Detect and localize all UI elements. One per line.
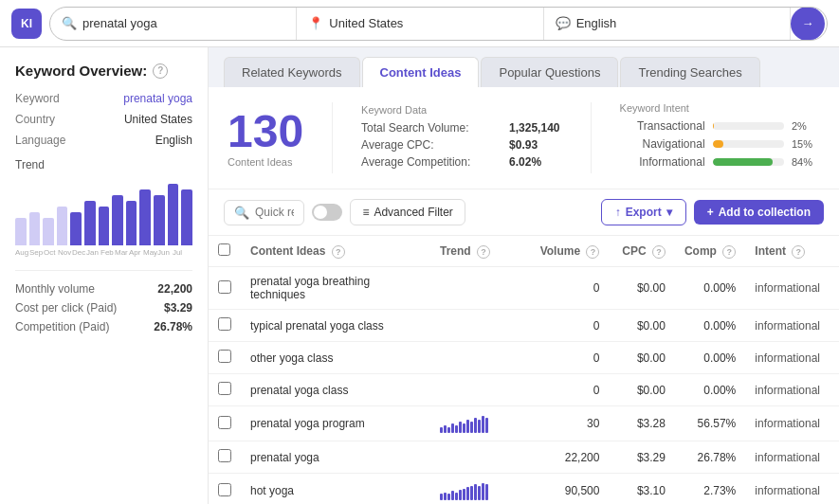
- quick-search-input[interactable]: [255, 206, 294, 219]
- month-label: Feb: [100, 248, 112, 257]
- sidebar-bar-4: [70, 212, 82, 245]
- intent-bar-fill: [713, 140, 723, 148]
- language-segment[interactable]: 💬: [544, 8, 791, 40]
- header-comp: Comp ?: [675, 236, 745, 267]
- month-label: Aug: [15, 248, 27, 257]
- sidebar-info-icon[interactable]: ?: [153, 63, 168, 79]
- comp-cell: 0.00%: [675, 267, 745, 310]
- intent-section: Keyword Intent Transactional 2% Navigati…: [620, 102, 820, 173]
- volume-cell: 0: [531, 310, 610, 342]
- intent-badge: informational: [755, 417, 820, 430]
- mini-bar: [451, 423, 454, 433]
- cpc-row: Cost per click (Paid) $3.29: [15, 301, 192, 315]
- intent-cell: informational: [745, 406, 839, 441]
- header-intent: Intent ?: [745, 236, 839, 267]
- country-label: Country: [15, 113, 55, 126]
- mini-bar: [444, 425, 447, 433]
- tab-trending-searches[interactable]: Trending Searches: [620, 57, 759, 87]
- topbar: KI 🔍 📍 💬 →: [0, 0, 839, 47]
- keyword-data-title: Keyword Data: [361, 104, 561, 116]
- language-row: Language English: [15, 134, 192, 147]
- intent-cell: informational: [745, 374, 839, 406]
- volume-help-icon[interactable]: ?: [586, 245, 599, 259]
- row-checkbox[interactable]: [218, 350, 231, 363]
- toggle-switch[interactable]: [312, 204, 342, 221]
- country-segment[interactable]: 📍: [297, 8, 543, 40]
- content-idea-cell: typical prenatal yoga class: [241, 310, 430, 342]
- comp-help-icon[interactable]: ?: [722, 245, 736, 259]
- cpc-cell: $0.00: [609, 342, 674, 374]
- keyword-row: Keyword prenatal yoga: [15, 92, 192, 105]
- intent-label: Transactional: [620, 119, 705, 133]
- quick-search[interactable]: 🔍: [224, 200, 304, 225]
- cpc-cell: $0.00: [609, 267, 674, 310]
- trend-cell: [430, 310, 531, 342]
- volume-cell: 0: [531, 374, 610, 406]
- cpc-cell: $0.00: [609, 374, 674, 406]
- advanced-filter-button[interactable]: ≡ Advanced Filter: [350, 199, 465, 225]
- table-row: typical prenatal yoga class 0 $0.00 0.00…: [209, 310, 839, 342]
- keyword-input[interactable]: [82, 16, 284, 30]
- row-checkbox-cell: [209, 342, 241, 374]
- tab-related-keywords[interactable]: Related Keywords: [224, 57, 360, 87]
- monthly-volume-value: 22,200: [157, 282, 192, 296]
- row-checkbox[interactable]: [218, 317, 231, 331]
- intent-cell: informational: [745, 310, 839, 342]
- add-to-collection-button[interactable]: + Add to collection: [694, 200, 824, 225]
- mini-bar: [485, 418, 488, 433]
- sidebar-bar-1: [29, 212, 41, 245]
- content-idea-cell: prenatal yoga breathing techniques: [241, 267, 430, 310]
- trend-cell: [430, 267, 531, 310]
- language-value: English: [155, 134, 192, 147]
- language-input[interactable]: [576, 16, 778, 30]
- header-content-ideas: Content Ideas ?: [241, 236, 430, 267]
- big-number-label: Content Ideas: [228, 156, 303, 168]
- export-button[interactable]: ↑ Export ▾: [601, 199, 686, 225]
- keyword-segment[interactable]: 🔍: [50, 8, 297, 40]
- competition-row: Competition (Paid) 26.78%: [15, 320, 192, 333]
- avg-cpc-label: Average CPC:: [361, 138, 503, 152]
- trend-cell: [430, 374, 531, 406]
- month-label: Sep: [29, 248, 41, 257]
- content-ideas-help-icon[interactable]: ?: [332, 245, 345, 259]
- location-icon: 📍: [308, 16, 323, 30]
- row-checkbox[interactable]: [218, 449, 231, 462]
- content-ideas-count: 130 Content Ideas: [228, 109, 303, 168]
- row-checkbox[interactable]: [218, 280, 231, 294]
- month-label: Jul: [172, 248, 183, 257]
- mini-bar: [459, 422, 462, 433]
- month-label: Dec: [72, 248, 83, 257]
- sidebar-bar-3: [57, 207, 68, 245]
- content-area: Related KeywordsContent IdeasPopular Que…: [209, 47, 839, 504]
- content-idea-cell: prenatal yoga: [241, 441, 430, 474]
- tab-content-ideas[interactable]: Content Ideas: [362, 57, 480, 87]
- header-checkbox[interactable]: [209, 236, 241, 267]
- row-checkbox[interactable]: [218, 416, 231, 429]
- comp-cell: 2.73%: [675, 474, 745, 505]
- content-idea-cell: prenatal yoga class: [241, 374, 430, 406]
- header-volume: Volume ?: [531, 236, 610, 267]
- avg-cpc-row: Average CPC: $0.93: [361, 138, 561, 152]
- mini-bar: [474, 418, 477, 433]
- comp-cell: 0.00%: [675, 374, 745, 406]
- row-checkbox[interactable]: [218, 382, 231, 395]
- cpc-help-icon[interactable]: ?: [652, 245, 666, 259]
- header-trend: Trend ?: [430, 236, 531, 267]
- big-number: 130: [228, 109, 303, 154]
- tab-popular-questions[interactable]: Popular Questions: [481, 57, 618, 87]
- intent-help-icon[interactable]: ?: [792, 245, 805, 259]
- search-submit-button[interactable]: →: [791, 7, 825, 41]
- month-labels: AugSepOctNovDecJanFebMarAprMayJunJul: [15, 248, 192, 257]
- intent-badge: informational: [755, 384, 820, 397]
- avg-cpc-value: $0.93: [509, 138, 538, 152]
- intent-row-navigational: Navigational 15%: [620, 137, 820, 151]
- trend-help-icon[interactable]: ?: [477, 245, 490, 259]
- mini-bar: [466, 420, 469, 433]
- row-checkbox[interactable]: [218, 483, 231, 496]
- divider: [332, 102, 333, 173]
- country-input[interactable]: [329, 16, 531, 30]
- tsv-value: 1,325,140: [509, 121, 559, 135]
- trend-cell: [430, 342, 531, 374]
- select-all-checkbox[interactable]: [218, 243, 230, 256]
- comp-cell: 0.00%: [675, 310, 745, 342]
